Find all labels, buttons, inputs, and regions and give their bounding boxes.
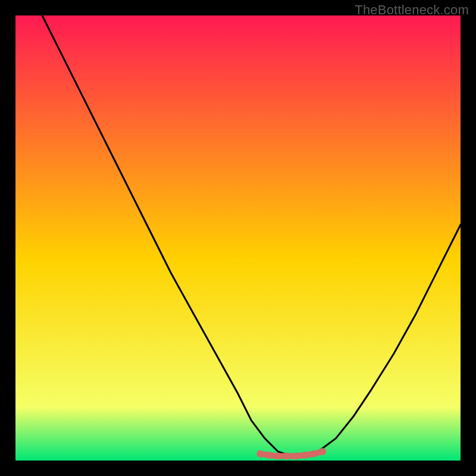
optimal-flat-dot xyxy=(274,453,281,460)
optimal-flat-dot xyxy=(319,448,326,455)
optimal-flat-dot xyxy=(301,452,308,459)
optimal-flat-dot xyxy=(265,452,273,459)
bottleneck-plot xyxy=(15,15,461,461)
optimal-flat-dot xyxy=(292,453,299,460)
optimal-flat-dot xyxy=(310,450,317,458)
optimal-flat-dot xyxy=(256,450,264,458)
optimal-flat-dot xyxy=(283,453,290,460)
chart-frame: TheBottleneck.com xyxy=(0,0,476,476)
